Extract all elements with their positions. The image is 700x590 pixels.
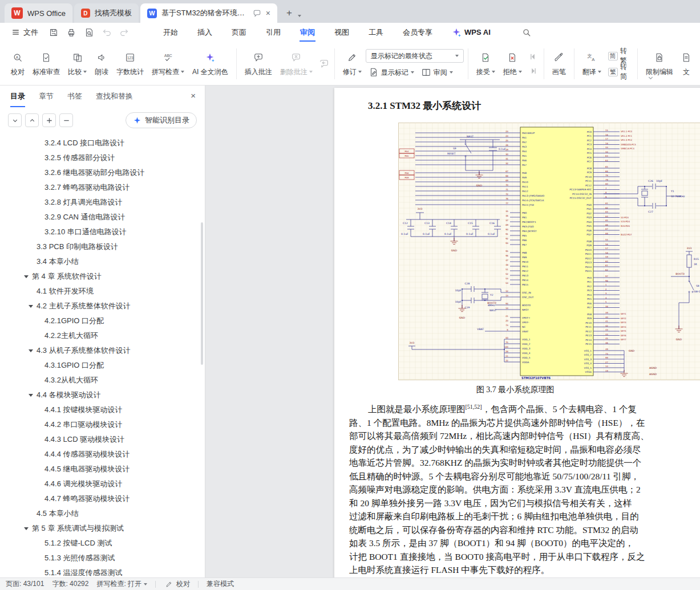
sidebar-tab[interactable]: 章节 [39, 86, 54, 107]
toc-item[interactable]: 4.4.4 传感器驱动模块设计 [0, 447, 205, 462]
toc-item[interactable]: 4.4.6 调光模块驱动设计 [0, 477, 205, 491]
sidebar-scrollbar[interactable] [201, 222, 203, 365]
toc-item[interactable]: 3.2.4 LCD 接口电路设计 [0, 136, 205, 150]
to-simplified-button[interactable]: 繁 转简 [605, 66, 633, 78]
toc-item[interactable]: 3.2.9 CAN 通信电路设计 [0, 210, 205, 225]
toc-item[interactable]: 4.2.1GPIO 口分配 [0, 314, 205, 328]
to-traditional-button[interactable]: 简 转繁 [605, 50, 633, 62]
compare-button[interactable]: 比较 [64, 45, 91, 83]
smart-recognize-toc-button[interactable]: 智能识别目录 [126, 112, 197, 128]
save-button[interactable] [47, 26, 60, 39]
toc-item[interactable]: 4.3.1GPIO 口分配 [0, 358, 205, 373]
toc-item[interactable]: 4.4.1 按键模块驱动设计 [0, 402, 205, 417]
word-count-button[interactable]: 123 字数统计 [112, 45, 148, 83]
proofread-status-button[interactable]: 校对 [164, 579, 190, 589]
menu-item[interactable]: 审阅 [290, 23, 325, 42]
toc-item[interactable]: 4.3 从机子系统整体软件设计 [0, 343, 205, 358]
previous-change-button[interactable] [527, 51, 540, 63]
markup-state-select[interactable]: 显示标记的最终状态 [366, 49, 464, 63]
ink-brush-button[interactable]: 画笔 [548, 45, 570, 83]
toc-item[interactable]: 4.4.3 LCD 驱动模块设计 [0, 432, 205, 447]
translate-button[interactable]: 文A 翻译 [578, 45, 605, 83]
toc-item[interactable]: 5.1.2 按键-LCD 测试 [0, 536, 205, 551]
reject-change-button[interactable]: 拒绝 [499, 45, 526, 83]
tab-active-document[interactable]: W 基于STM32的猪舍环境自动监... × [140, 3, 277, 23]
toc-expander-icon[interactable] [29, 394, 33, 397]
toc-item[interactable]: 5.1.3 光照传感器测试 [0, 551, 205, 565]
toc-item[interactable]: 4.3.2从机大循环 [0, 373, 205, 388]
next-change-button[interactable] [527, 66, 540, 77]
toc-item[interactable]: 3.2.5 传感器部分设计 [0, 150, 205, 165]
toc-item[interactable]: 4.5 本章小结 [0, 506, 205, 521]
menu-item[interactable]: 会员专享 [393, 23, 442, 42]
toc-expander-icon[interactable] [24, 527, 29, 530]
sidebar-tab[interactable]: 目录 [10, 86, 25, 107]
previous-comment-button[interactable] [318, 58, 330, 70]
delete-comment-button[interactable]: 删除批注 [276, 45, 317, 83]
document-page[interactable]: 3.2.1 STM32 最小系统设计 STM32F107VBT6PA0-WKUP… [334, 88, 700, 577]
wps-ai-button[interactable]: WPS AI [451, 27, 491, 38]
menu-item[interactable]: 工具 [359, 23, 393, 42]
menu-item[interactable]: 引用 [256, 23, 290, 42]
ribbon-expand-icon[interactable] [647, 74, 654, 84]
ai-polish-button[interactable]: AI 全文润色 [188, 45, 232, 83]
menu-item[interactable]: 开始 [153, 23, 188, 42]
accept-change-button[interactable]: 接受 [472, 45, 499, 83]
insert-comment-button[interactable]: 插入批注 [241, 45, 276, 83]
word-count-indicator[interactable]: 字数: 40292 [52, 579, 88, 589]
expand-all-button[interactable] [25, 113, 39, 127]
toc-item[interactable]: 5.1.4 温湿度传感器测试 [0, 565, 205, 577]
undo-button[interactable] [100, 26, 113, 39]
collapse-all-button[interactable] [8, 113, 22, 127]
print-preview-button[interactable] [83, 26, 95, 39]
toc-item[interactable]: 4.1 软件开发环境 [0, 284, 205, 299]
close-tab-icon[interactable]: × [266, 9, 270, 17]
sidebar-tab[interactable]: 查找和替换 [96, 86, 133, 107]
toc-expander-icon[interactable] [29, 349, 33, 352]
page-indicator[interactable]: 页面: 43/101 [6, 579, 44, 589]
spell-check-button[interactable]: ABC 拼写检查 [148, 45, 188, 83]
toc-expander-icon[interactable] [24, 275, 29, 278]
menu-item[interactable]: 页面 [222, 23, 256, 42]
proofread-button[interactable]: A 校对 [7, 45, 29, 83]
tab-docer-template[interactable]: D 找稿壳模板 [74, 3, 139, 23]
zoom-in-toc-button[interactable] [42, 113, 56, 127]
toc-item[interactable]: 3.2.7 蜂鸣器驱动电路设计 [0, 180, 205, 195]
toc-item[interactable]: 3.2.8 灯具调光电路设计 [0, 195, 205, 210]
new-tab-button[interactable]: + [282, 6, 297, 21]
toc-item[interactable]: 4.4.5 继电器驱动模块设计 [0, 462, 205, 477]
toc-expander-icon[interactable] [29, 305, 33, 308]
zoom-out-toc-button[interactable] [59, 113, 73, 127]
track-changes-button[interactable]: 修订 [339, 45, 366, 83]
svg-text:GND: GND [476, 184, 483, 187]
toc-item[interactable]: 第 4 章 系统软件设计 [0, 269, 205, 284]
document-permission-button[interactable]: 文 [677, 45, 695, 83]
tab-wps-home[interactable]: W WPS Office [5, 3, 72, 23]
tab-list-caret-icon[interactable] [298, 15, 301, 17]
read-aloud-button[interactable]: 朗读 [91, 45, 112, 83]
menu-item[interactable]: 视图 [325, 23, 359, 42]
redo-button[interactable] [118, 26, 131, 39]
print-button[interactable] [65, 26, 78, 39]
document-line: 低且精确的时钟源。5 个去耦电容分别尽可能地靠近 50/75/100/28/11… [349, 470, 700, 483]
toc-item[interactable]: 4.4.7 蜂鸣器驱动模块设计 [0, 491, 205, 506]
toc-item[interactable]: 3.4 本章小结 [0, 254, 205, 269]
toc-item[interactable]: 4.2 主机子系统整体软件设计 [0, 299, 205, 314]
toc-item[interactable]: 4.4.2 串口驱动模块设计 [0, 417, 205, 432]
schematic-figure[interactable]: STM32F107VBT6PA0-WKUP23PA124PA225PA326PA… [398, 123, 700, 380]
toc-item[interactable]: 第 5 章 系统调试与模拟测试 [0, 521, 205, 536]
toc-item[interactable]: 3.3 PCB 印制电路板设计 [0, 239, 205, 254]
review-pane-button[interactable]: 审阅 [418, 66, 456, 79]
file-menu-button[interactable]: 文件 [7, 27, 43, 38]
toc-item[interactable]: 3.2.10 串口通信电路设计 [0, 225, 205, 239]
spell-check-toggle[interactable]: 拼写检查: 打开 [96, 579, 147, 589]
standard-review-button[interactable]: 标准审查 [29, 45, 64, 83]
sidebar-close-icon[interactable]: × [191, 91, 196, 100]
toc-item[interactable]: 4.2.2主机大循环 [0, 328, 205, 343]
toc-item[interactable]: 3.2.6 继电器驱动部分电路设计 [0, 165, 205, 180]
toc-item[interactable]: 4.4 各模块驱动设计 [0, 388, 205, 402]
show-markup-button[interactable]: 显示标记 [366, 66, 417, 79]
menu-item[interactable]: 插入 [188, 23, 222, 42]
search-icon[interactable] [521, 27, 532, 38]
sidebar-tab[interactable]: 书签 [67, 86, 82, 107]
